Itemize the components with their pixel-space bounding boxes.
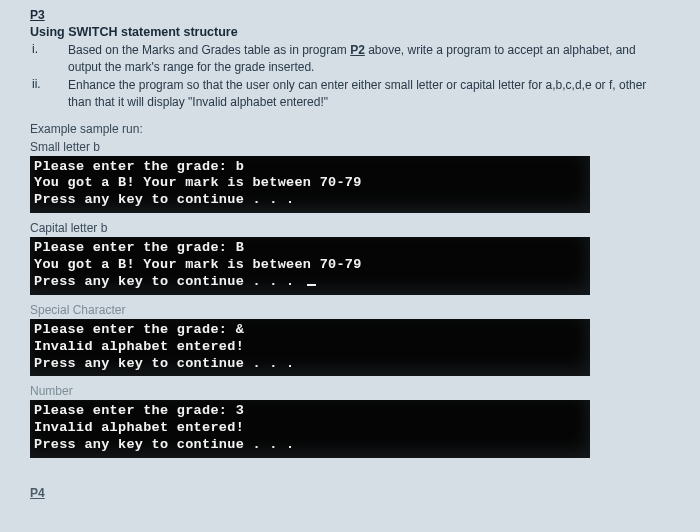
instruction-list: i. Based on the Marks and Grades table a…: [30, 42, 682, 112]
instruction-number: ii.: [30, 77, 68, 112]
example-heading: Example sample run:: [30, 122, 682, 136]
section-ref-top: P3: [30, 8, 682, 22]
instruction-item: i. Based on the Marks and Grades table a…: [30, 42, 682, 77]
console-output: Please enter the grade: B You got a B! Y…: [30, 237, 590, 295]
console-output: Please enter the grade: 3 Invalid alphab…: [30, 400, 590, 458]
program-ref: P2: [350, 43, 365, 57]
instruction-text: Enhance the program so that the user onl…: [68, 77, 682, 112]
run-label: Number: [30, 384, 682, 398]
run-label: Small letter b: [30, 140, 682, 154]
cursor-icon: [307, 284, 316, 286]
document-page: P3 Using SWITCH statement structure i. B…: [0, 0, 700, 500]
run-label: Special Character: [30, 303, 682, 317]
instruction-item: ii. Enhance the program so that the user…: [30, 77, 682, 112]
run-label: Capital letter b: [30, 221, 682, 235]
section-ref-bottom: P4: [30, 486, 682, 500]
console-output: Please enter the grade: & Invalid alphab…: [30, 319, 590, 377]
instruction-text: Based on the Marks and Grades table as i…: [68, 42, 682, 77]
console-output: Please enter the grade: b You got a B! Y…: [30, 156, 590, 214]
instruction-number: i.: [30, 42, 68, 77]
section-title: Using SWITCH statement structure: [30, 25, 682, 39]
